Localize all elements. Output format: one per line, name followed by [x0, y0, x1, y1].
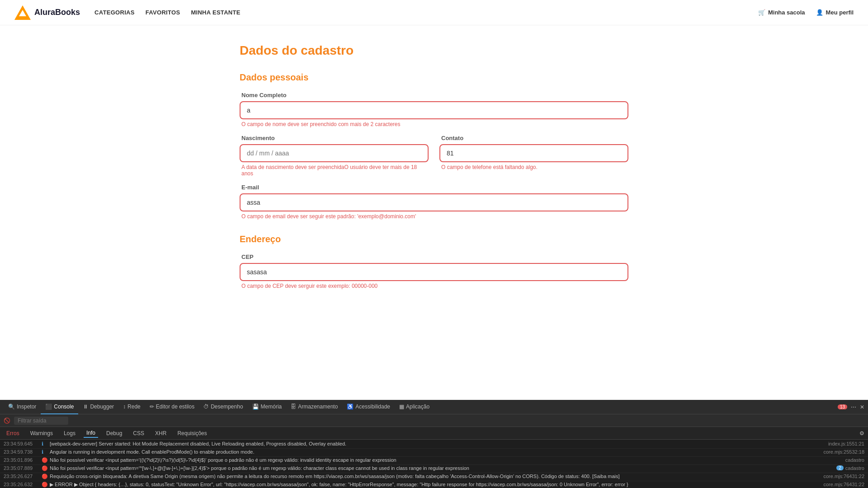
cart-icon: 🛒 — [758, 9, 765, 16]
profile-icon: 👤 — [816, 9, 823, 16]
label-contato: Contato — [439, 135, 628, 141]
brand-name: AluraBooks — [34, 8, 80, 17]
error-cep: O campo de CEP deve serguir este exemplo… — [240, 283, 628, 289]
section-personal-title: Dados pessoais — [240, 72, 628, 83]
nav-minha-estante[interactable]: MINHA ESTANTE — [191, 9, 240, 16]
logo-icon — [14, 5, 31, 20]
form-group-nome: Nome Completo O campo de nome deve ser p… — [240, 92, 628, 127]
profile-label: Meu perfil — [826, 9, 854, 16]
nav-categorias[interactable]: CATEGORIAS — [94, 9, 135, 16]
form-group-email: E-mail O campo de email deve ser seguir … — [240, 184, 628, 220]
label-email: E-mail — [240, 184, 628, 191]
label-nascimento: Nascimento — [240, 135, 429, 141]
cart-label: Minha sacola — [768, 9, 805, 16]
profile-button[interactable]: 👤 Meu perfil — [816, 9, 854, 16]
form-group-nascimento: Nascimento A data de nascimento deve ser… — [240, 135, 429, 177]
error-nome: O campo de nome deve ser preenchido com … — [240, 121, 628, 127]
error-nascimento: A data de nascimento deve ser preenchida… — [240, 164, 429, 177]
nav-links: CATEGORIAS FAVORITOS MINHA ESTANTE — [94, 9, 758, 16]
label-nome: Nome Completo — [240, 92, 628, 99]
input-email[interactable] — [240, 193, 628, 211]
navbar: AluraBooks CATEGORIAS FAVORITOS MINHA ES… — [0, 0, 868, 25]
form-row-birth-contact: Nascimento A data de nascimento deve ser… — [240, 135, 628, 184]
error-contato: O campo de telefone está faltando algo. — [439, 164, 628, 170]
page-title: Dados do cadastro — [240, 43, 628, 58]
label-cep: CEP — [240, 253, 628, 260]
input-contato[interactable] — [439, 144, 628, 162]
section-personal: Dados pessoais Nome Completo O campo de … — [240, 72, 628, 220]
input-cep[interactable] — [240, 263, 628, 281]
form-group-contato: Contato O campo de telefone está faltand… — [439, 135, 628, 177]
input-nome[interactable] — [240, 101, 628, 119]
nav-right: 🛒 Minha sacola 👤 Meu perfil — [758, 9, 854, 16]
form-group-cep: CEP O campo de CEP deve serguir este exe… — [240, 253, 628, 289]
brand-logo[interactable]: AluraBooks — [14, 5, 80, 20]
input-nascimento[interactable] — [240, 144, 429, 162]
error-email: O campo de email deve ser seguir este pa… — [240, 213, 628, 220]
section-address: Endereço CEP O campo de CEP deve serguir… — [240, 234, 628, 289]
main-content: Dados do cadastro Dados pessoais Nome Co… — [231, 25, 637, 313]
section-address-title: Endereço — [240, 234, 628, 244]
nav-favoritos[interactable]: FAVORITOS — [146, 9, 180, 16]
cart-button[interactable]: 🛒 Minha sacola — [758, 9, 805, 16]
